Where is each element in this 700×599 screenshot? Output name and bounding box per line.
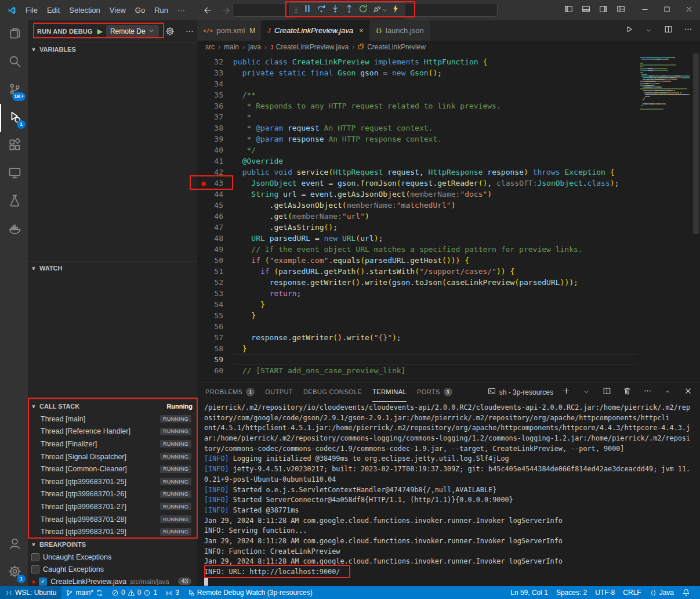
line-number[interactable]: 59 bbox=[197, 354, 233, 365]
activity-explorer[interactable] bbox=[0, 20, 28, 48]
line-number[interactable]: 57 bbox=[197, 332, 233, 343]
breadcrumb-item[interactable]: CreateLinkPreview bbox=[358, 43, 426, 52]
debug-settings-button[interactable] bbox=[162, 24, 177, 39]
line-number[interactable]: 49 bbox=[197, 244, 233, 255]
toolbar-drag-handle[interactable]: ⣿ bbox=[294, 7, 299, 13]
code-line[interactable]: * @param response An HTTP response conte… bbox=[233, 133, 637, 145]
breakpoint-checkbox[interactable] bbox=[31, 553, 39, 561]
line-number[interactable]: 58 bbox=[197, 343, 233, 354]
step-out-button[interactable] bbox=[342, 3, 356, 16]
breadcrumb-item[interactable]: src bbox=[205, 43, 215, 51]
activity-search[interactable] bbox=[0, 48, 28, 76]
panel-tab-debug-console[interactable]: DEBUG CONSOLE bbox=[303, 383, 362, 402]
call-stack-thread[interactable]: Thread [Signal Dispatcher]RUNNING bbox=[28, 450, 197, 463]
call-stack-thread[interactable]: Thread [Reference Handler]RUNNING bbox=[28, 425, 197, 438]
panel-tab-terminal[interactable]: TERMINAL bbox=[372, 383, 407, 402]
code-line[interactable]: * @param request An HTTP request context… bbox=[233, 122, 637, 133]
hot-code-replace-button[interactable] bbox=[389, 3, 402, 16]
terminal-select[interactable]: sh - 3p-resources bbox=[488, 387, 553, 397]
breadcrumb-item[interactable]: java bbox=[248, 43, 261, 51]
split-button[interactable] bbox=[661, 23, 676, 38]
tab-createlinkpreview.java[interactable]: JCreateLinkPreview.java× bbox=[262, 20, 369, 41]
menu-selection[interactable]: Selection bbox=[64, 3, 104, 17]
branch-indicator[interactable]: main* bbox=[61, 586, 107, 599]
activity-docker[interactable] bbox=[0, 215, 28, 243]
code-line[interactable]: if ("example.com".equals(parsedURL.getHo… bbox=[233, 255, 637, 266]
pause-button[interactable] bbox=[300, 3, 314, 16]
breakpoint-item[interactable]: Caught Exceptions bbox=[28, 563, 197, 575]
code-line[interactable]: private static final Gson gson = new Gso… bbox=[233, 67, 637, 78]
line-number[interactable]: 53 bbox=[197, 288, 233, 299]
code-line[interactable]: response.getWriter().write("{}"); bbox=[233, 332, 637, 343]
menu-edit[interactable]: Edit bbox=[42, 3, 64, 17]
notifications-bell[interactable] bbox=[678, 586, 694, 599]
tab-launch.json[interactable]: {}launch.json bbox=[369, 20, 430, 41]
panel-split-button[interactable] bbox=[599, 385, 614, 400]
remote-indicator[interactable]: WSL: Ubuntu bbox=[0, 586, 61, 599]
code-line[interactable]: // If the event object URL matches a spe… bbox=[233, 244, 637, 255]
eol-indicator[interactable]: CRLF bbox=[619, 586, 645, 599]
code-line[interactable]: } bbox=[233, 310, 637, 321]
line-number[interactable]: 56 bbox=[197, 321, 233, 332]
ports-indicator[interactable]: 3 bbox=[161, 586, 183, 599]
editor-scrollbar[interactable] bbox=[692, 53, 700, 382]
activity-settings[interactable]: 1 bbox=[0, 558, 28, 586]
step-over-button[interactable] bbox=[314, 3, 328, 16]
tab-pom.xml[interactable]: </>pom.xmlM bbox=[197, 20, 262, 41]
menu-file[interactable]: File bbox=[21, 3, 42, 17]
line-number[interactable]: 39 bbox=[197, 133, 233, 145]
code-line[interactable]: public void service(HttpRequest request,… bbox=[233, 167, 637, 178]
navigate-back-button[interactable] bbox=[200, 3, 215, 18]
code-line[interactable]: .get(memberName:"url") bbox=[233, 211, 637, 222]
call-stack-thread[interactable]: Thread [qtp399683701-25]RUNNING bbox=[28, 475, 197, 488]
line-number[interactable]: 40 bbox=[197, 145, 233, 156]
variables-header[interactable]: ∨VARIABLES bbox=[28, 43, 197, 56]
panel-plus-button[interactable] bbox=[558, 385, 574, 400]
activity-remote-explorer[interactable] bbox=[0, 160, 28, 187]
breakpoints-header[interactable]: ∨BREAKPOINTS bbox=[28, 538, 197, 551]
watch-header[interactable]: ∨WATCH bbox=[28, 262, 197, 275]
menu-go[interactable]: Go bbox=[130, 3, 150, 17]
sidebar-more-button[interactable] bbox=[182, 24, 197, 39]
code-line[interactable]: @Override bbox=[233, 156, 637, 167]
breakpoint-checkbox[interactable]: ✓ bbox=[39, 578, 47, 586]
code-line[interactable]: public class CreateLinkPreview implement… bbox=[233, 56, 637, 67]
code-line[interactable]: */ bbox=[233, 145, 637, 156]
line-number[interactable]: 51 bbox=[197, 266, 233, 277]
code-line[interactable]: if (parsedURL.getPath().startsWith("/sup… bbox=[233, 266, 637, 277]
menu-view[interactable]: View bbox=[105, 3, 130, 17]
minimize-button[interactable] bbox=[634, 0, 656, 20]
code-line[interactable] bbox=[233, 354, 637, 365]
call-stack-thread[interactable]: Thread [qtp399683701-28]RUNNING bbox=[28, 513, 197, 526]
line-number[interactable]: 36 bbox=[197, 100, 233, 111]
debug-config-select[interactable]: Remote De bbox=[106, 25, 159, 38]
language-indicator[interactable]: Java bbox=[645, 586, 678, 599]
editor-gutter[interactable]: 3233343536373839404142●43444546474849505… bbox=[197, 53, 233, 382]
code-line[interactable] bbox=[233, 78, 637, 89]
line-number[interactable]: 55 bbox=[197, 310, 233, 321]
activity-testing[interactable] bbox=[0, 187, 28, 215]
call-stack-thread[interactable]: Thread [qtp399683701-27]RUNNING bbox=[28, 500, 197, 513]
line-number[interactable]: 48 bbox=[197, 233, 233, 244]
line-number[interactable]: 41 bbox=[197, 156, 233, 167]
run-button[interactable] bbox=[621, 23, 636, 38]
code-line[interactable]: * Responds to any HTTP request related t… bbox=[233, 100, 637, 111]
debug-session-indicator[interactable]: Remote Debug Watch (3p-resources) bbox=[183, 586, 317, 599]
code-line[interactable]: URL parsedURL = new URL(url); bbox=[233, 233, 637, 244]
activity-run-and-debug[interactable]: 1 bbox=[0, 104, 28, 132]
menu-run[interactable]: Run bbox=[150, 3, 173, 17]
call-stack-thread[interactable]: Thread [Finalizer]RUNNING bbox=[28, 438, 197, 450]
maximize-button[interactable] bbox=[656, 0, 678, 20]
line-number[interactable]: 38 bbox=[197, 122, 233, 133]
code-line[interactable]: .getAsString(); bbox=[233, 222, 637, 233]
cursor-position-indicator[interactable]: Ln 59, Col 1 bbox=[506, 586, 552, 599]
code-line[interactable]: } bbox=[233, 343, 637, 354]
breakpoint-item[interactable]: Uncaught Exceptions bbox=[28, 551, 197, 563]
step-into-button[interactable] bbox=[328, 3, 342, 16]
line-number[interactable]: 34 bbox=[197, 78, 233, 89]
call-stack-header[interactable]: ∨CALL STACK Running bbox=[28, 400, 197, 413]
minimap[interactable] bbox=[637, 53, 692, 382]
call-stack-thread[interactable]: Thread [Common-Cleaner]RUNNING bbox=[28, 463, 197, 475]
panel-tab-ports[interactable]: PORTS3 bbox=[417, 383, 452, 402]
more-button[interactable] bbox=[680, 23, 695, 38]
